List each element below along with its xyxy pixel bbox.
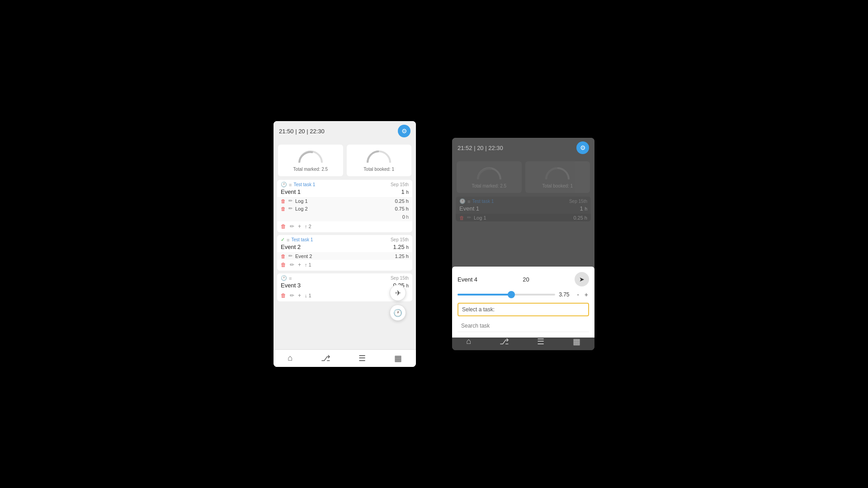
left-clock-fab[interactable]: 🕐 [390,305,406,321]
right-header: 21:52 | 20 | 22:30 ⚙ [452,138,594,158]
overlay-nav-btn[interactable]: ➤ [575,272,589,286]
clock-icon-e1: 🕐 [281,182,287,188]
right-delete-icon-l1: 🗑 [459,215,464,221]
right-nav-home-icon[interactable]: ⌂ [466,337,471,347]
edit-icon-l2[interactable]: ✏ [288,206,292,211]
left-nav-home-icon[interactable]: ⌂ [288,353,292,363]
slider-value: 3.75 [559,291,572,298]
left-event1-date: Sep 15th [391,182,409,187]
right-log1-hours: 0.25 h [573,215,587,221]
left-event1-task-link[interactable]: Test task 1 [293,182,315,187]
right-header-time: 21:52 | 20 | 22:30 [458,145,503,151]
left-stat-marked: Total marked: 2.5 [278,145,343,176]
left-booked-label: Total booked: 1 [350,167,408,172]
right-gear-icon[interactable]: ⚙ [576,141,589,154]
right-nav-list-icon[interactable]: ☰ [537,337,544,347]
left-marked-label: Total marked: 2.5 [282,167,340,172]
left-event3-meta: 🕐 ≡ [281,275,292,281]
list-icon-e2: ≡ [287,237,289,243]
slider-row: 3.75 - + [458,291,589,298]
delete-icon-l1[interactable]: 🗑 [281,198,286,204]
task-select[interactable]: Select a task: [458,303,589,316]
left-arc-marked [297,149,324,165]
left-event2-actions: 🗑 ✏ + ↑ 1 [277,260,412,271]
left-gear-icon[interactable]: ⚙ [398,125,410,137]
left-event2-log1: 🗑 ✏ Event 2 1.25 h [277,252,412,260]
add-event1-icon[interactable]: + [298,223,301,230]
log2-hours: 0.75 h [395,206,409,211]
edit-icon-l1[interactable]: ✏ [288,198,292,204]
left-nav-calendar-icon[interactable]: ▦ [394,353,402,363]
left-event1-input-row: h [277,212,412,221]
right-event1-date: Sep 15th [569,199,587,204]
clock-icon-e3: 🕐 [281,275,287,281]
right-event1-log1: 🗑 ✏ Log 1 0.25 h [456,214,591,221]
edit-icon-e2l1[interactable]: ✏ [288,253,292,259]
left-nav-list-icon[interactable]: ☰ [359,353,366,363]
left-stat-booked: Total booked: 1 [347,145,412,176]
search-task-input[interactable] [458,320,589,332]
right-event1-task-link: Test task 1 [472,199,494,204]
right-event1-meta: 🕐 ≡ Test task 1 [459,198,494,204]
slider-fill [458,294,511,296]
slider-minus-btn[interactable]: - [576,291,580,298]
delete-icon-e2l1[interactable]: 🗑 [281,253,286,259]
left-event3-date: Sep 15th [391,276,409,281]
right-clock-icon-e1: 🕐 [459,198,466,204]
right-stat-marked: Total marked: 2.5 [457,161,522,193]
left-event1-actions: 🗑 ✏ + ↑ 2 [277,221,412,232]
left-event2-task-link[interactable]: Test task 1 [291,237,313,242]
left-bottom-nav: ⌂ ⎇ ☰ ▦ [274,349,416,367]
right-nav-calendar-icon[interactable]: ▦ [573,337,580,347]
left-event1-header: 🕐 ≡ Test task 1 Sep 15th [277,180,412,188]
event2-count: ↑ 1 [305,262,311,267]
slider-thumb[interactable] [508,291,515,298]
left-event2-hours: 1.25 h [393,244,409,250]
left-fab-area: ✈ 🕐 [274,283,410,324]
left-stats-row: Total marked: 2.5 Total booked: 1 [274,141,416,180]
right-arc-booked [544,166,571,182]
left-event3-header: 🕐 ≡ Sep 15th [277,273,412,281]
delete-icon-l2[interactable]: 🗑 [281,206,286,211]
left-event2-header: ✓ ≡ Test task 1 Sep 15th [277,235,412,243]
left-event2-title-row: Event 2 1.25 h [277,243,412,252]
left-phone-card: 21:50 | 20 | 22:30 ⚙ Total marked: 2.5 T… [274,121,416,367]
left-send-fab[interactable]: ✈ [390,285,406,301]
edit-event2-icon[interactable]: ✏ [290,262,294,268]
list-icon-e1: ≡ [289,182,292,188]
overlay-event-row: Event 4 20 ➤ [458,272,589,286]
right-content-dimmed: 🕐 ≡ Test task 1 Sep 15th Event 1 1 h 🗑 ✏… [452,197,594,333]
overlay-number: 20 [523,276,529,283]
left-arc-booked [365,149,392,165]
left-event1-block: 🕐 ≡ Test task 1 Sep 15th Event 1 1 h 🗑 ✏… [277,180,412,232]
e2-log1-name: Event 2 [295,253,312,259]
left-event1-log1: 🗑 ✏ Log 1 0.25 h [277,197,412,205]
right-stats-row: Total marked: 2.5 Total booked: 1 [452,158,594,197]
left-nav-branch-icon[interactable]: ⎇ [321,353,330,363]
event1-hour-input[interactable] [392,214,405,220]
overlay-event-label: Event 4 [458,276,477,283]
left-event2-meta: ✓ ≡ Test task 1 [281,237,313,243]
right-event1-title-row: Event 1 1 h [456,204,591,214]
right-nav-branch-icon[interactable]: ⎇ [500,337,509,347]
right-event1-hours: 1 h [580,205,587,212]
add-event2-icon[interactable]: + [298,262,301,268]
check-icon-e2: ✓ [281,237,285,243]
left-event2-block: ✓ ≡ Test task 1 Sep 15th Event 2 1.25 h … [277,235,412,271]
edit-event1-icon[interactable]: ✏ [290,223,294,230]
slider-track[interactable] [458,294,555,296]
right-event1-title: Event 1 [459,205,479,212]
list-icon-e3: ≡ [289,276,292,281]
left-header: 21:50 | 20 | 22:30 ⚙ [274,121,416,141]
log1-hours: 0.25 h [395,198,409,204]
right-edit-icon-l1: ✏ [467,215,471,221]
left-event1-meta: 🕐 ≡ Test task 1 [281,182,315,188]
slider-plus-btn[interactable]: + [584,291,589,298]
log1-name: Log 1 [295,198,308,204]
delete-event2-icon[interactable]: 🗑 [281,262,286,268]
delete-event1-icon[interactable]: 🗑 [281,223,286,230]
left-event2-title: Event 2 [281,244,301,250]
right-arc-marked [476,166,503,182]
right-marked-label: Total marked: 2.5 [460,183,518,188]
event1-count: ↑ 2 [305,224,311,229]
